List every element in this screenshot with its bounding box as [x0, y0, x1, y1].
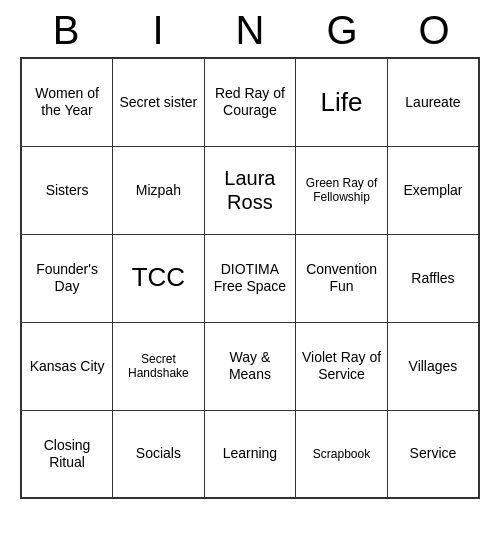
cell-r4-c3: Scrapbook [296, 410, 388, 498]
cell-r3-c2: Way & Means [204, 322, 296, 410]
cell-r2-c3: Convention Fun [296, 234, 388, 322]
cell-r4-c4: Service [387, 410, 479, 498]
cell-r2-c1: TCC [113, 234, 205, 322]
header-letter-g: G [300, 8, 384, 53]
cell-r0-c1: Secret sister [113, 58, 205, 146]
cell-r4-c0: Closing Ritual [21, 410, 113, 498]
cell-r3-c0: Kansas City [21, 322, 113, 410]
cell-r4-c2: Learning [204, 410, 296, 498]
cell-r3-c4: Villages [387, 322, 479, 410]
bingo-grid: Women of the YearSecret sisterRed Ray of… [20, 57, 480, 499]
cell-r3-c3: Violet Ray of Service [296, 322, 388, 410]
cell-r1-c2: Laura Ross [204, 146, 296, 234]
cell-r0-c3: Life [296, 58, 388, 146]
cell-r0-c2: Red Ray of Courage [204, 58, 296, 146]
header-letter-o: O [392, 8, 476, 53]
header-letter-b: B [24, 8, 108, 53]
cell-r0-c4: Laureate [387, 58, 479, 146]
cell-r1-c3: Green Ray of Fellowship [296, 146, 388, 234]
header-letter-n: N [208, 8, 292, 53]
bingo-header: B I N G O [20, 0, 480, 57]
cell-r1-c1: Mizpah [113, 146, 205, 234]
header-letter-i: I [116, 8, 200, 53]
cell-r2-c0: Founder's Day [21, 234, 113, 322]
cell-r2-c4: Raffles [387, 234, 479, 322]
cell-r1-c0: Sisters [21, 146, 113, 234]
cell-r4-c1: Socials [113, 410, 205, 498]
cell-r1-c4: Exemplar [387, 146, 479, 234]
cell-r0-c0: Women of the Year [21, 58, 113, 146]
cell-r3-c1: Secret Handshake [113, 322, 205, 410]
cell-r2-c2: DIOTIMA Free Space [204, 234, 296, 322]
